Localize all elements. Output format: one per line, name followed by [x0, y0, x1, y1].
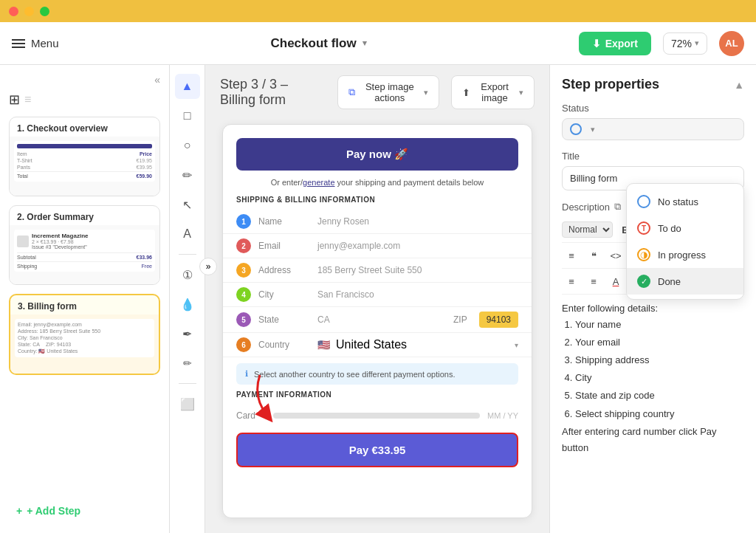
- city-field-row: 4 City San Francisco: [223, 283, 532, 307]
- outdent-button[interactable]: ≡: [562, 272, 581, 291]
- hamburger-icon: [12, 39, 25, 48]
- status-option-done[interactable]: ✓ Done: [627, 268, 743, 295]
- zoom-selector[interactable]: 72% ▾: [663, 32, 707, 55]
- plus-icon: +: [16, 505, 22, 517]
- shipping-section-label: SHIPPING & BILLING INFORMATION: [223, 196, 532, 210]
- canvas-frame: Pay now 🚀 Or enter/generate your shippin…: [222, 124, 532, 518]
- step-image-actions-label: Step image actions: [360, 81, 419, 103]
- done-label: Done: [658, 276, 681, 287]
- avatar[interactable]: AL: [719, 31, 744, 56]
- pencil-tool[interactable]: ✏: [175, 351, 200, 376]
- step-image-actions-button[interactable]: ⧉ Step image actions ▾: [337, 75, 439, 109]
- field-num-1: 1: [236, 214, 251, 229]
- card-date-placeholder: MM / YY: [487, 411, 518, 420]
- export-label: Export: [605, 38, 638, 49]
- address-value: 185 Berry Street Suite 550: [317, 265, 518, 275]
- list-view-icon[interactable]: ≡: [24, 93, 31, 106]
- state-field-row: 5 State CA ZIP 94103: [223, 307, 532, 333]
- status-dropdown[interactable]: ▾: [562, 118, 744, 140]
- card-label: Card: [236, 410, 266, 421]
- tool-divider-2: [179, 383, 196, 384]
- chevron-down-icon[interactable]: ▾: [362, 38, 367, 48]
- step-3-preview: Email: jenny@example.com Address: 185 Be…: [10, 314, 159, 374]
- no-status-circle-icon: [637, 195, 650, 208]
- title-label: Title: [562, 151, 744, 162]
- add-step-button[interactable]: + + Add Step: [9, 498, 160, 524]
- arrow-tool[interactable]: ↖: [175, 192, 200, 217]
- step-card-2[interactable]: 2. Order Summary Increment Magazine 2 × …: [9, 205, 160, 285]
- grid-view-icon[interactable]: ⊞: [9, 92, 20, 108]
- address-field-row: 3 Address 185 Berry Street Suite 550: [223, 258, 532, 283]
- export-image-button[interactable]: ⬆ Export image ▾: [451, 75, 535, 109]
- main-layout: « ⊞ ≡ 1. Checkout overview ItemPrice T-S…: [0, 65, 756, 533]
- format-select[interactable]: Normal: [562, 221, 613, 238]
- pay-final-button[interactable]: Pay €33.95: [236, 433, 518, 467]
- expand-panel-icon[interactable]: »: [199, 258, 217, 275]
- state-label: State: [258, 314, 310, 325]
- maximize-dot[interactable]: [40, 7, 49, 16]
- status-option-in-progress[interactable]: ◑ In progress: [627, 241, 743, 268]
- in-progress-circle-icon: ◑: [637, 248, 650, 261]
- panel-title: Step properties ▲: [562, 77, 744, 92]
- indent2-button[interactable]: ≡: [584, 272, 603, 291]
- select-tool[interactable]: ▲: [175, 74, 200, 99]
- tool-divider: [179, 254, 196, 255]
- number-tool[interactable]: ①: [175, 262, 200, 287]
- external-link-icon[interactable]: ⧉: [614, 201, 621, 213]
- zip-value: 94103: [479, 312, 518, 328]
- tool-sidebar: ▲ □ ○ ✏ ↖ A ① 💧 ✒ ✏ ⬜: [170, 65, 205, 533]
- header: Menu Checkout flow ▾ ⬇ Export 72% ▾ AL: [0, 22, 756, 65]
- done-check-icon: ✓: [637, 275, 650, 288]
- state-value: CA: [317, 314, 378, 325]
- no-status-label: No status: [658, 196, 698, 207]
- status-chevron-icon: ▾: [591, 125, 595, 134]
- info-text: Select another country to see different …: [254, 370, 456, 379]
- code-button[interactable]: <>: [606, 246, 625, 265]
- rectangle-tool[interactable]: □: [175, 103, 200, 128]
- field-num-6: 6: [236, 337, 251, 352]
- field-num-4: 4: [236, 287, 251, 302]
- canvas-area: Step 3 / 3 – Billing form ⧉ Step image a…: [205, 65, 549, 533]
- field-num-5: 5: [236, 312, 251, 327]
- list-item-2: Your email: [575, 334, 744, 351]
- step-name: Billing form: [220, 92, 286, 107]
- country-select-arrow[interactable]: ▾: [515, 341, 518, 349]
- collapse-panel-icon[interactable]: ▲: [734, 79, 744, 91]
- generate-link[interactable]: generate: [303, 178, 334, 187]
- close-dot[interactable]: [9, 7, 18, 16]
- step-card-1[interactable]: 1. Checkout overview ItemPrice T-Shirt€1…: [9, 117, 160, 196]
- status-option-todo[interactable]: T To do: [627, 215, 743, 241]
- align-left-button[interactable]: ≡: [562, 246, 581, 265]
- marker-tool[interactable]: ✒: [175, 321, 200, 346]
- text-tool[interactable]: A: [175, 221, 200, 247]
- minimize-dot[interactable]: [24, 7, 34, 16]
- right-panel: Step properties ▲ Status ▾ Title Descrip…: [549, 65, 756, 533]
- download-icon: ⬇: [592, 38, 601, 49]
- blur-tool[interactable]: 💧: [175, 292, 200, 317]
- step-dash: –: [281, 77, 288, 92]
- description-content: Enter following details: Your name Your …: [562, 295, 744, 462]
- titlebar: [0, 0, 756, 22]
- country-label: Country: [258, 340, 310, 350]
- field-num-3: 3: [236, 263, 251, 278]
- step-card-3[interactable]: 3. Billing form Email: jenny@example.com…: [9, 294, 160, 375]
- card-number-placeholder[interactable]: [273, 413, 480, 419]
- name-field-row: 1 Name Jenny Rosen: [223, 210, 532, 234]
- pen-tool[interactable]: ✏: [175, 162, 200, 188]
- quote-button[interactable]: ❝: [584, 246, 603, 265]
- name-value: Jenny Rosen: [317, 216, 518, 227]
- status-popup: No status T To do ◑ In progress ✓ Done: [626, 183, 744, 300]
- export-button[interactable]: ⬇ Export: [579, 32, 651, 55]
- collapse-sidebar-icon[interactable]: «: [9, 74, 160, 86]
- crop-tool[interactable]: ⬜: [175, 391, 200, 416]
- ellipse-tool[interactable]: ○: [175, 133, 200, 158]
- chevron-down-icon: ▾: [519, 88, 523, 97]
- menu-button[interactable]: Menu: [12, 37, 59, 49]
- list-item-6: Select shipping country: [575, 406, 744, 422]
- step-counter: Step 3 / 3: [220, 77, 277, 92]
- pay-now-button-preview: Pay now 🚀: [236, 138, 518, 171]
- list-item-5: State and zip code: [575, 388, 744, 404]
- todo-label: To do: [658, 223, 681, 234]
- status-option-no-status[interactable]: No status: [627, 188, 743, 215]
- text-color-button[interactable]: A: [606, 272, 625, 291]
